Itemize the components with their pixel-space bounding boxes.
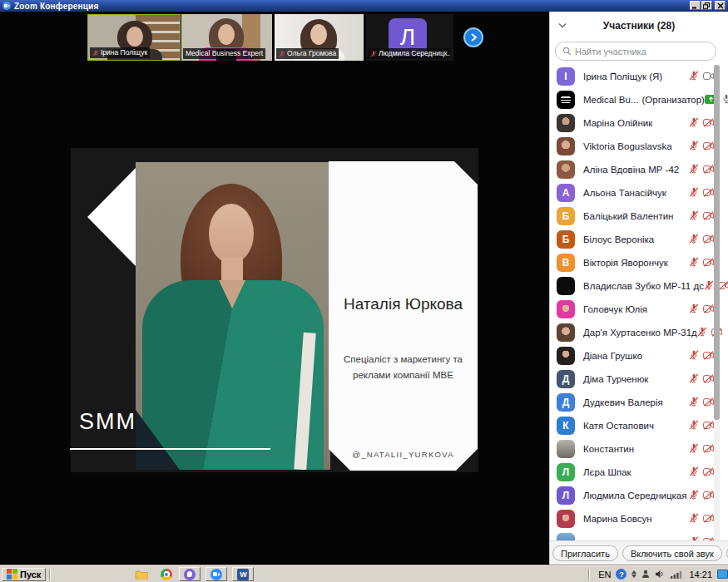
mic-muted-icon [689, 69, 699, 84]
restore-icon [703, 2, 711, 9]
video-thumbnail-medical[interactable]: Medical Business Expert [181, 14, 272, 61]
avatar: К [557, 417, 575, 435]
participant-row[interactable]: Л Лєра Шпак [550, 461, 728, 484]
participant-row[interactable]: Д Діма Турченюк [550, 367, 728, 391]
viber-icon [184, 569, 196, 580]
participant-row[interactable]: Б Білоус Вероніка [550, 228, 728, 251]
thumbnail-name: Medical Business Expert [186, 49, 263, 58]
participant-name: Діма Турченюк [583, 374, 648, 384]
avatar: Д [557, 393, 575, 412]
mic-muted-icon [689, 139, 699, 154]
participant-name: Альона Танасійчук [583, 188, 666, 198]
mic-muted-icon [689, 116, 699, 131]
folder-icon[interactable] [134, 568, 149, 581]
participant-row[interactable]: А Альона Танасійчук [550, 181, 728, 205]
participant-row[interactable]: В Вікторія Яворончук [550, 251, 728, 274]
participant-name: Баліцький Валентин [583, 211, 673, 221]
participant-row[interactable]: І Ірина Поліщук (Я) [550, 65, 728, 88]
camera-off-icon [703, 395, 714, 410]
mic-muted-icon [279, 51, 285, 57]
network-icon[interactable] [670, 570, 682, 579]
camera-off-icon [703, 372, 714, 387]
word-taskbar-button[interactable]: W [232, 567, 254, 581]
minimize-button[interactable] [690, 1, 701, 10]
invite-button[interactable]: Пригласить [552, 545, 618, 561]
scrollbar-thumb[interactable] [714, 65, 720, 420]
start-button[interactable]: Пуск [2, 568, 46, 581]
participant-name: Аліна Вдовіна МР -42 [583, 165, 679, 175]
search-box[interactable] [555, 42, 716, 61]
user-status-icon[interactable] [641, 570, 650, 579]
speaker-icon[interactable] [655, 570, 665, 579]
unmute-button[interactable]: Включить свой звук [622, 545, 722, 561]
taskbar: Пуск W EN ? 14:21 [0, 565, 728, 582]
participant-row[interactable]: Марина Бовсун [550, 507, 728, 530]
participant-row[interactable]: Головчук Юлія [550, 298, 728, 321]
search-input[interactable] [575, 47, 709, 57]
close-button[interactable] [715, 1, 726, 10]
participant-row[interactable]: К Катя Остапович [550, 414, 728, 437]
participant-row[interactable]: Константин [550, 437, 728, 461]
camera-off-icon [703, 418, 714, 433]
left-triangle-decoration [87, 168, 136, 266]
help-icon[interactable]: ? [616, 569, 626, 580]
scrollbar-track[interactable] [714, 65, 720, 540]
monitor-icon[interactable] [717, 570, 728, 579]
mic-muted-icon [689, 441, 699, 456]
participant-row[interactable]: Маріна Олійник [550, 111, 728, 135]
next-thumbnails-button[interactable] [463, 27, 483, 47]
camera-off-icon [703, 185, 714, 200]
camera-off-icon [703, 139, 714, 154]
language-indicator[interactable]: EN [598, 570, 611, 580]
participant-row[interactable]: Д Дудкевич Валерія [550, 391, 728, 414]
video-thumbnail-olga[interactable]: Ольга Громова [275, 14, 364, 61]
clock[interactable]: 14:21 [689, 570, 712, 580]
camera-off-icon [703, 232, 714, 247]
mic-muted-icon [689, 348, 699, 363]
participant-name: Вікторія Яворончук [583, 258, 668, 268]
speaker-card: Наталія Юркова Спеціаліст з маркетингу т… [329, 161, 478, 471]
restore-button[interactable] [701, 1, 712, 10]
participant-name: Лєра Шпак [583, 467, 631, 477]
camera-off-icon [703, 209, 714, 224]
camera-off-icon [703, 511, 714, 526]
window-titlebar[interactable]: Zoom Конференция [0, 0, 728, 12]
participant-row[interactable]: Viktoria Boguslavska [550, 135, 728, 158]
video-thumbnail-irina[interactable]: Ірина Поліщук [87, 14, 181, 61]
participants-title: Участники (28) [550, 20, 728, 32]
slide-topic-label: SMM [79, 409, 136, 435]
participant-name: Константин [583, 444, 634, 454]
participant-row[interactable]: Medical Bu... (Организатор) [550, 88, 728, 111]
start-flag-icon [7, 569, 17, 580]
participant-name: Ірина Поліщук (Я) [583, 72, 662, 81]
participants-panel: Участники (28) І Ірина Поліщук (Я) Medic… [549, 12, 728, 565]
video-thumbnail-lyudmila[interactable]: Л Людмила Середницк... [366, 14, 453, 61]
camera-off-icon [703, 488, 714, 503]
participant-row[interactable]: Аліна Вдовіна МР -42 [550, 158, 728, 181]
speaker-photo [136, 162, 330, 470]
participant-row[interactable]: Діана Грушко [550, 344, 728, 367]
camera-off-icon [703, 348, 714, 363]
participant-row[interactable]: Б Баліцький Валентин [550, 205, 728, 228]
zoom-taskbar-button[interactable] [206, 567, 227, 581]
mic-muted-icon [689, 302, 699, 317]
participant-name: Людмила Середницкая [583, 491, 686, 501]
participant-row[interactable]: Владислав Зубко МР-11 дс [550, 274, 728, 298]
participant-name: Владислав Зубко МР-11 дс [583, 281, 704, 291]
participant-name: Білоус Вероніка [583, 234, 654, 244]
camera-off-icon [703, 535, 714, 540]
mic-muted-icon [689, 488, 699, 503]
viber-taskbar-button[interactable] [179, 567, 201, 581]
underline-decoration [70, 448, 270, 450]
participant-row[interactable]: Л Людмила Середницкая [550, 484, 728, 507]
chrome-icon[interactable] [159, 568, 174, 581]
participant-row[interactable] [550, 530, 728, 540]
participant-row[interactable]: Дар'я Хуртасенко МР-31д [550, 321, 728, 344]
avatar [557, 323, 575, 342]
show-hidden-icons[interactable] [631, 570, 636, 578]
avatar [557, 300, 575, 318]
participant-name: Medical Bu... [583, 95, 638, 105]
taskbar-divider [49, 569, 51, 580]
mic-muted-icon [689, 395, 699, 410]
start-label: Пуск [20, 570, 41, 580]
